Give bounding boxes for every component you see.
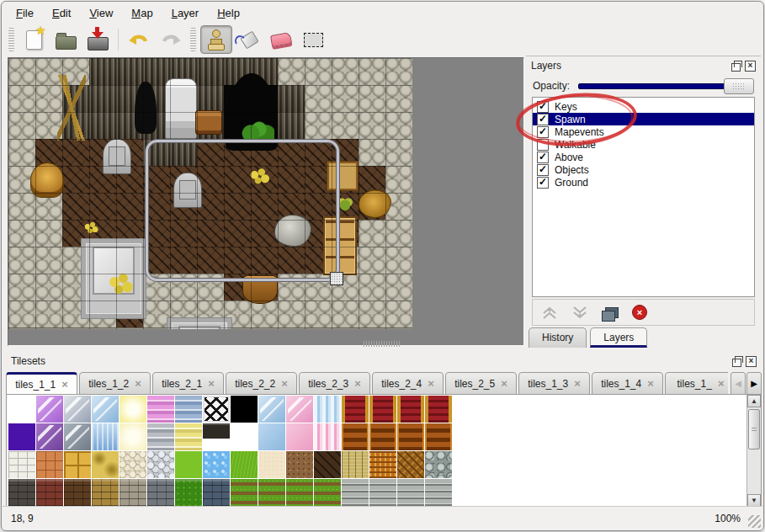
- close-panel-icon[interactable]: ×: [746, 356, 757, 367]
- tile-gray-pebbles[interactable]: [147, 451, 174, 478]
- tileset-tab-tiles_2_5[interactable]: tiles_2_5×: [445, 372, 517, 395]
- menu-map[interactable]: Map: [122, 4, 162, 22]
- tileset-tab-tiles_1_1[interactable]: tiles_1_1×: [6, 372, 77, 395]
- tile-pink-glass[interactable]: [286, 396, 313, 423]
- move-layer-up-button[interactable]: [541, 306, 558, 320]
- layer-checkbox-objects[interactable]: ✓: [537, 164, 549, 176]
- tile-grass-path[interactable]: [286, 479, 313, 506]
- toolbar-grip[interactable]: [8, 28, 14, 51]
- tile-grass-path[interactable]: [314, 479, 341, 506]
- tile-gray-stripes[interactable]: [147, 423, 174, 450]
- tile-pink-curtain[interactable]: [314, 423, 341, 450]
- tileset-tab-tiles_1_[interactable]: tiles_1_×: [665, 372, 728, 395]
- fill-tool-button[interactable]: [234, 26, 264, 53]
- tile-silver-glass-dark[interactable]: [64, 423, 91, 450]
- tile-purple-solid[interactable]: [8, 423, 35, 450]
- tile-red-carpet[interactable]: [342, 396, 369, 423]
- tile-dark-planks[interactable]: [314, 451, 341, 478]
- scroll-up-arrow[interactable]: ▲: [747, 395, 761, 407]
- tile-purple-glass-dark[interactable]: [36, 423, 63, 450]
- toolbar-grip[interactable]: [190, 28, 196, 51]
- tile-silver-glass[interactable]: [64, 396, 91, 423]
- tile-pale-yellow[interactable]: [120, 423, 146, 450]
- tile-orange-carpet[interactable]: [342, 423, 369, 450]
- scroll-tabs-right-button[interactable]: ▶: [746, 372, 762, 395]
- tile-gray-planks[interactable]: [425, 479, 452, 506]
- menu-edit[interactable]: Edit: [43, 4, 80, 22]
- tileset-tab-tiles_2_2[interactable]: tiles_2_2×: [226, 372, 297, 395]
- map-view[interactable]: [8, 57, 524, 346]
- tile-grass-path[interactable]: [258, 479, 285, 506]
- tab-close-icon[interactable]: ×: [501, 378, 507, 389]
- tab-close-icon[interactable]: ×: [428, 378, 434, 389]
- tile-gray-planks[interactable]: [369, 479, 396, 506]
- tile-grass-path[interactable]: [231, 479, 258, 506]
- menu-help[interactable]: Help: [208, 4, 249, 22]
- redo-button[interactable]: [156, 26, 186, 53]
- tile-brown-wall[interactable]: [64, 479, 91, 506]
- menu-layer[interactable]: Layer: [162, 4, 209, 22]
- tile-yellow-stripes[interactable]: [175, 423, 202, 450]
- tile-gray-brick-wall[interactable]: [147, 479, 174, 506]
- rect-select-tool-button[interactable]: [298, 26, 328, 53]
- tile-grass[interactable]: [231, 451, 258, 478]
- layer-checkbox-walkable[interactable]: [537, 139, 549, 151]
- tile-pink-stripes[interactable]: [147, 396, 174, 423]
- tile-lattice[interactable]: [203, 396, 230, 423]
- open-button[interactable]: [50, 26, 81, 53]
- tileset-tab-tiles_2_1[interactable]: tiles_2_1×: [152, 372, 224, 395]
- tile-blue-brick-wall[interactable]: [203, 479, 230, 506]
- tile-stone-logs[interactable]: [425, 451, 452, 478]
- tile-light-pink[interactable]: [286, 423, 313, 450]
- tile-sand[interactable]: [258, 451, 285, 478]
- tile-water[interactable]: [203, 451, 230, 478]
- tile-yellow-glow[interactable]: [120, 396, 146, 423]
- tile-black[interactable]: [231, 396, 258, 423]
- opacity-slider[interactable]: [576, 78, 754, 93]
- tileset-tab-tiles_1_4[interactable]: tiles_1_4×: [592, 372, 663, 395]
- tab-close-icon[interactable]: ×: [718, 378, 725, 389]
- tile-dark-plaque[interactable]: [203, 423, 230, 450]
- tile-herringbone[interactable]: [397, 451, 424, 478]
- tileset-tab-tiles_2_4[interactable]: tiles_2_4×: [372, 372, 444, 395]
- save-button[interactable]: [82, 26, 113, 53]
- tile-empty[interactable]: [8, 396, 35, 423]
- tile-blue-curtain[interactable]: [314, 396, 341, 423]
- tileset-scrollbar[interactable]: ▲ ▼: [746, 395, 761, 507]
- map-selection-rect[interactable]: [146, 140, 339, 281]
- layer-checkbox-ground[interactable]: ✓: [537, 177, 549, 189]
- scroll-down-arrow[interactable]: ▼: [747, 494, 761, 507]
- tab-close-icon[interactable]: ×: [61, 379, 68, 390]
- tile-red-carpet[interactable]: [425, 396, 452, 423]
- layer-checkbox-keys[interactable]: ✓: [537, 101, 549, 113]
- undo-button[interactable]: [124, 26, 154, 53]
- opacity-slider-handle[interactable]: [724, 78, 754, 94]
- layer-row-above[interactable]: ✓Above: [533, 151, 754, 163]
- dock-tab-layers[interactable]: Layers: [590, 327, 647, 348]
- menu-view[interactable]: View: [80, 4, 122, 22]
- tile-red-carpet[interactable]: [369, 396, 396, 423]
- tileset-tab-tiles_1_3[interactable]: tiles_1_3×: [518, 372, 590, 395]
- selection-resize-handle[interactable]: [330, 272, 343, 285]
- layer-row-spawn[interactable]: ✓Spawn: [533, 113, 754, 125]
- tile-orange-carpet[interactable]: [369, 423, 396, 450]
- dock-tab-history[interactable]: History: [529, 327, 587, 348]
- duplicate-layer-button[interactable]: [602, 307, 619, 318]
- new-file-button[interactable]: [19, 26, 49, 53]
- layer-row-objects[interactable]: ✓Objects: [533, 163, 754, 176]
- stamp-tool-button[interactable]: [200, 25, 232, 54]
- tile-stone-blocks[interactable]: [8, 451, 35, 478]
- delete-layer-button[interactable]: ×: [632, 305, 647, 320]
- tab-close-icon[interactable]: ×: [208, 378, 215, 389]
- tab-close-icon[interactable]: ×: [574, 378, 581, 389]
- tile-blue-glass[interactable]: [92, 396, 119, 423]
- tile-beige-pebbles[interactable]: [120, 451, 146, 478]
- layer-row-ground[interactable]: ✓Ground: [533, 176, 754, 189]
- tab-close-icon[interactable]: ×: [281, 378, 288, 389]
- tile-hedge[interactable]: [175, 479, 202, 506]
- tileset-tab-tiles_2_3[interactable]: tiles_2_3×: [299, 372, 370, 395]
- tile-gray-planks[interactable]: [342, 479, 369, 506]
- horizontal-splitter-handle[interactable]: [364, 341, 401, 347]
- move-layer-down-button[interactable]: [571, 306, 588, 320]
- tile-light-planks[interactable]: [342, 451, 369, 478]
